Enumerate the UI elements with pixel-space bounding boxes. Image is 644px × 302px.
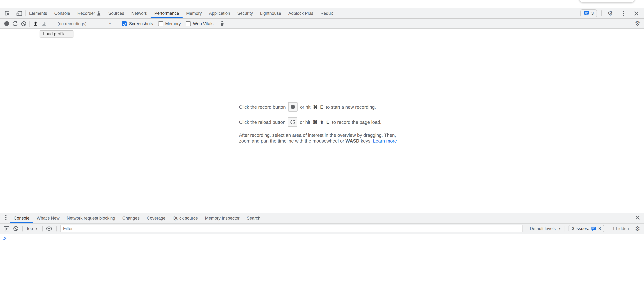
inspect-element-icon[interactable] bbox=[3, 9, 12, 18]
load-profile-icon[interactable] bbox=[31, 19, 40, 28]
tab-lighthouse[interactable]: Lighthouse bbox=[256, 8, 284, 18]
tab-label: Recorder bbox=[77, 11, 95, 16]
tab-label: Network request blocking bbox=[67, 216, 115, 221]
drawer-tab-memory-inspector[interactable]: Memory Inspector bbox=[202, 213, 243, 223]
more-options-icon[interactable] bbox=[619, 9, 628, 18]
message-bubble-icon bbox=[591, 226, 596, 231]
clear-console-icon[interactable] bbox=[12, 224, 20, 233]
performance-panel-body: Click the record button or hit ⌘ E to st… bbox=[0, 29, 644, 213]
console-issues-button[interactable]: 3 Issues: 3 bbox=[568, 225, 604, 232]
experiment-flask-icon bbox=[97, 11, 101, 16]
save-profile-icon[interactable] bbox=[40, 19, 48, 28]
tab-label: Changes bbox=[122, 216, 140, 221]
live-expression-eye-icon[interactable] bbox=[45, 224, 53, 233]
device-toolbar-icon[interactable] bbox=[15, 9, 24, 18]
web-vitals-checkbox-group[interactable]: Web Vitals bbox=[186, 21, 214, 26]
page-content-strip bbox=[0, 0, 644, 8]
separator bbox=[564, 226, 565, 231]
recordings-select[interactable]: (no recordings) ▼ bbox=[56, 21, 113, 26]
memory-checkbox-group[interactable]: Memory bbox=[158, 21, 181, 26]
drawer-tab-whats-new[interactable]: What's New bbox=[33, 213, 63, 223]
drawer-tab-search[interactable]: Search bbox=[243, 213, 264, 223]
main-tabbar: Elements Console Recorder Sources Networ… bbox=[0, 8, 644, 19]
screenshots-label: Screenshots bbox=[129, 21, 153, 26]
separator bbox=[608, 226, 608, 231]
trash-icon[interactable] bbox=[218, 19, 226, 28]
tab-elements[interactable]: Elements bbox=[26, 8, 51, 18]
tab-adblock-plus[interactable]: Adblock Plus bbox=[285, 8, 317, 18]
cmd-key: ⌘ bbox=[313, 119, 318, 125]
drawer-more-tabs-icon[interactable] bbox=[2, 213, 10, 222]
tab-label: Console bbox=[14, 216, 30, 221]
e-key: E bbox=[320, 104, 323, 110]
learn-more-link[interactable]: Learn more bbox=[373, 138, 397, 144]
tab-application[interactable]: Application bbox=[206, 8, 234, 18]
clear-recordings-icon[interactable] bbox=[20, 19, 28, 28]
tab-label: Application bbox=[209, 11, 230, 16]
memory-checkbox[interactable] bbox=[158, 21, 163, 26]
tab-label: Elements bbox=[29, 11, 47, 16]
tab-sources[interactable]: Sources bbox=[105, 8, 128, 18]
reload-hint-mid: or hit bbox=[300, 119, 310, 125]
record-button-illustration bbox=[288, 102, 298, 112]
memory-label: Memory bbox=[165, 21, 181, 26]
record-button[interactable] bbox=[2, 19, 11, 28]
drawer-tab-network-request-blocking[interactable]: Network request blocking bbox=[63, 213, 118, 223]
drawer-tab-coverage[interactable]: Coverage bbox=[143, 213, 169, 223]
web-vitals-checkbox[interactable] bbox=[186, 21, 191, 26]
reload-and-record-button[interactable] bbox=[11, 19, 20, 28]
settings-gear-icon[interactable]: ⚙ bbox=[606, 9, 614, 18]
tab-performance[interactable]: Performance bbox=[151, 8, 182, 18]
devtools-root: Elements Console Recorder Sources Networ… bbox=[0, 8, 644, 302]
capture-settings-gear-icon[interactable]: ⚙ bbox=[633, 19, 642, 28]
tabbar-spacer bbox=[336, 8, 580, 18]
performance-empty-state: Click the record button or hit ⌘ E to st… bbox=[239, 102, 405, 144]
screenshots-checkbox[interactable] bbox=[122, 21, 127, 26]
record-hint-prefix: Click the record button bbox=[239, 104, 286, 110]
drawer-tabbar-spacer bbox=[264, 213, 633, 223]
drawer-tab-console[interactable]: Console bbox=[10, 213, 33, 223]
e-key: E bbox=[326, 119, 329, 125]
cmd-key: ⌘ bbox=[313, 104, 318, 110]
close-drawer-icon[interactable] bbox=[633, 213, 642, 222]
tab-recorder[interactable]: Recorder bbox=[74, 8, 105, 18]
screenshots-checkbox-group[interactable]: Screenshots bbox=[122, 21, 153, 26]
reload-hint-row: Click the reload button or hit ⌘ ⇧ E to … bbox=[239, 117, 405, 127]
record-hint-row: Click the record button or hit ⌘ E to st… bbox=[239, 102, 405, 112]
instructions-line2-post: keys. bbox=[361, 138, 372, 144]
tab-security[interactable]: Security bbox=[234, 8, 256, 18]
tab-redux[interactable]: Redux bbox=[317, 8, 336, 18]
log-levels-select[interactable]: Default levels ▼ bbox=[527, 226, 564, 231]
tab-network[interactable]: Network bbox=[128, 8, 151, 18]
drawer-tab-changes[interactable]: Changes bbox=[119, 213, 143, 223]
devtools-window: Elements Console Recorder Sources Networ… bbox=[0, 0, 644, 302]
console-output-area[interactable] bbox=[0, 234, 644, 302]
console-filter-input[interactable] bbox=[60, 225, 522, 232]
console-settings-gear-icon[interactable]: ⚙ bbox=[633, 224, 642, 233]
message-bubble-icon bbox=[584, 11, 589, 16]
issues-badge-button[interactable]: 3 bbox=[580, 9, 597, 17]
tab-label: Redux bbox=[320, 11, 333, 16]
drawer-tabbar: Console What's New Network request block… bbox=[0, 213, 644, 224]
separator bbox=[601, 11, 602, 16]
tab-console[interactable]: Console bbox=[51, 8, 74, 18]
tab-label: Coverage bbox=[147, 216, 166, 221]
tab-memory[interactable]: Memory bbox=[182, 8, 206, 18]
tab-label: Quick source bbox=[173, 216, 198, 221]
separator bbox=[630, 21, 630, 27]
tab-label: Memory Inspector bbox=[205, 216, 240, 221]
javascript-context-select[interactable]: top ▼ bbox=[25, 226, 40, 231]
drawer-tab-quick-source[interactable]: Quick source bbox=[169, 213, 202, 223]
issues-badge-count: 3 bbox=[591, 11, 594, 16]
tabbar-left-icons bbox=[0, 8, 25, 18]
chevron-down-icon: ▼ bbox=[558, 227, 561, 230]
tab-label: Memory bbox=[186, 11, 202, 16]
issues-count: 3 bbox=[598, 226, 601, 231]
console-toolbar: top ▼ Default levels ▼ bbox=[0, 224, 644, 234]
console-sidebar-toggle-icon[interactable] bbox=[2, 224, 11, 233]
recordings-select-value: (no recordings) bbox=[58, 21, 86, 26]
close-devtools-icon[interactable] bbox=[632, 9, 640, 18]
web-vitals-label: Web Vitals bbox=[193, 21, 214, 26]
separator bbox=[116, 21, 116, 27]
browser-popup-partial bbox=[579, 0, 635, 3]
